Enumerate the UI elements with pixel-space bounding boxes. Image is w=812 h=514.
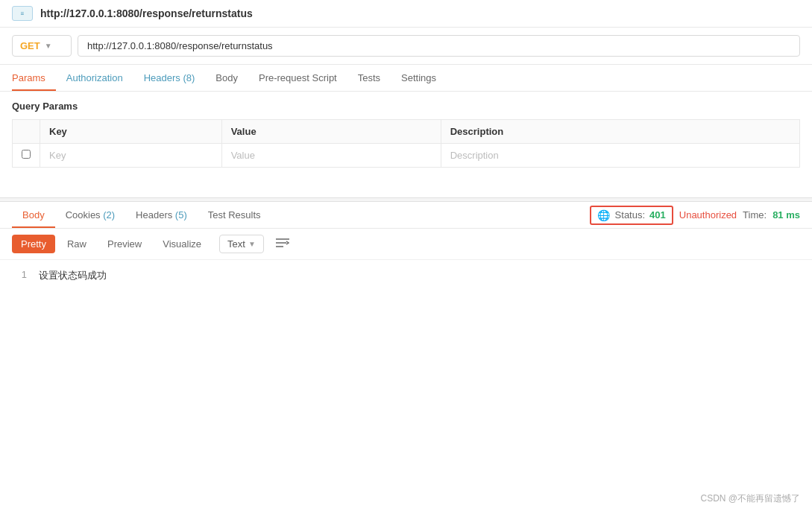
table-header-value: Value: [221, 120, 441, 144]
table-header-checkbox: [13, 120, 40, 144]
title-bar: ≡ http://127.0.0.1:8080/response/returns…: [0, 0, 812, 28]
chevron-down-icon: ▼: [248, 240, 256, 248]
url-input[interactable]: [78, 35, 800, 57]
tab-authorization[interactable]: Authorization: [56, 65, 133, 91]
value-cell[interactable]: Value: [221, 144, 441, 168]
tab-tests[interactable]: Tests: [347, 65, 391, 91]
table-row: Key Value Description: [13, 144, 800, 168]
tab-pre-request-script[interactable]: Pre-request Script: [248, 65, 347, 91]
response-tab-cookies[interactable]: Cookies (2): [55, 202, 125, 228]
response-content: 设置状态码成功: [39, 269, 107, 282]
description-cell[interactable]: Description: [441, 144, 799, 168]
globe-icon: 🌐: [597, 209, 611, 222]
key-cell[interactable]: Key: [40, 144, 222, 168]
checkbox-input[interactable]: [22, 150, 31, 159]
response-tabs-left: Body Cookies (2) Headers (5) Test Result…: [12, 202, 271, 228]
response-tab-test-results[interactable]: Test Results: [198, 202, 271, 228]
response-tabs-bar: Body Cookies (2) Headers (5) Test Result…: [0, 202, 812, 229]
text-format-select[interactable]: Text ▼: [219, 235, 264, 253]
response-section: Body Cookies (2) Headers (5) Test Result…: [0, 202, 812, 291]
watermark: CSDN @不能再留遗憾了: [700, 492, 800, 505]
time-label: Time:: [743, 209, 767, 220]
status-label: Status:: [615, 209, 645, 220]
response-status: 🌐 Status: 401 Unauthorized Time: 81 ms: [590, 206, 800, 225]
tab-params[interactable]: Params: [12, 65, 56, 91]
row-checkbox[interactable]: [13, 144, 40, 168]
tab-body[interactable]: Body: [205, 65, 248, 91]
tab-headers[interactable]: Headers (8): [133, 65, 206, 91]
request-tabs-bar: Params Authorization Headers (8) Body Pr…: [0, 65, 812, 92]
line-number: 1: [12, 269, 27, 282]
method-dropdown[interactable]: GET ▼: [12, 35, 72, 57]
format-tabs-bar: Pretty Raw Preview Visualize Text ▼: [0, 229, 812, 260]
wrap-icon[interactable]: [273, 235, 292, 253]
page-title: http://127.0.0.1:8080/response/returnsta…: [40, 7, 253, 19]
format-tab-preview[interactable]: Preview: [98, 235, 151, 253]
time-value: 81 ms: [772, 209, 800, 220]
tab-settings[interactable]: Settings: [391, 65, 447, 91]
response-body: 1 设置状态码成功: [0, 260, 812, 291]
method-label: GET: [20, 40, 40, 51]
url-bar: GET ▼: [0, 28, 812, 65]
chevron-down-icon: ▼: [45, 42, 52, 50]
query-params-section: Query Params Key Value Description Key V…: [0, 92, 812, 168]
status-text: Unauthorized: [679, 209, 737, 220]
format-tab-raw[interactable]: Raw: [58, 235, 95, 253]
query-params-title: Query Params: [12, 101, 800, 112]
response-tab-headers[interactable]: Headers (5): [125, 202, 198, 228]
params-table: Key Value Description Key Value Descript…: [12, 119, 800, 168]
table-header-description: Description: [441, 120, 799, 144]
table-header-key: Key: [40, 120, 222, 144]
status-code: 401: [649, 209, 666, 220]
text-format-label: Text: [227, 238, 245, 250]
format-tab-pretty[interactable]: Pretty: [12, 235, 55, 253]
response-tab-body[interactable]: Body: [12, 202, 55, 228]
format-tab-visualize[interactable]: Visualize: [154, 235, 210, 253]
request-type-icon: ≡: [12, 6, 33, 21]
